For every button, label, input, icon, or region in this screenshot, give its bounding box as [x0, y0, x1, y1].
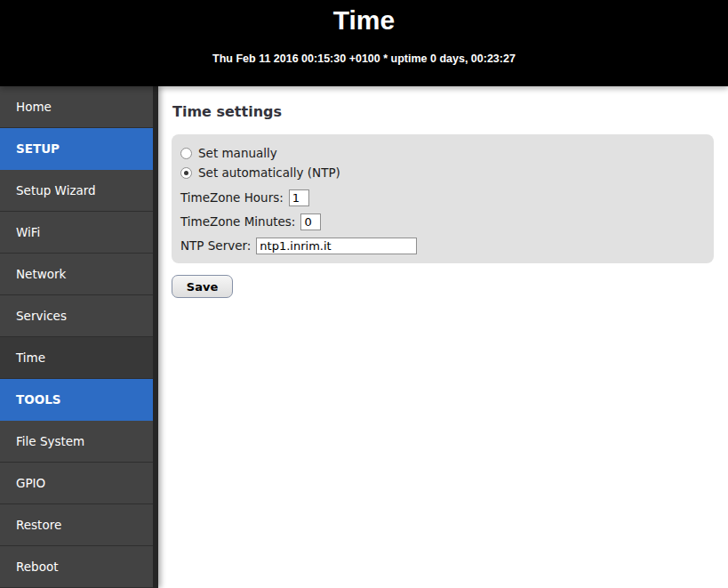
- tz-hours-input[interactable]: [289, 189, 309, 206]
- radio-row-set-manually[interactable]: Set manually: [180, 143, 705, 163]
- sidebar-item-services[interactable]: Services: [0, 295, 153, 337]
- section-heading: Time settings: [172, 103, 714, 120]
- main-content: Time settings Set manually Set automatic…: [158, 86, 728, 588]
- sidebar-section-label: SETUP: [16, 141, 60, 156]
- ntp-server-label: NTP Server:: [180, 238, 251, 253]
- sidebar-item-label: Network: [16, 267, 66, 281]
- sidebar-item-network[interactable]: Network: [0, 254, 153, 295]
- sidebar-item-wifi[interactable]: WiFi: [0, 212, 153, 254]
- sidebar-item-setup-wizard[interactable]: Setup Wizard: [0, 170, 153, 212]
- sidebar-item-label: GPIO: [16, 476, 45, 490]
- radio-row-set-automatically[interactable]: Set automatically (NTP): [180, 163, 705, 182]
- sidebar-item-label: WiFi: [16, 225, 40, 239]
- tz-minutes-input[interactable]: [300, 213, 321, 230]
- sidebar-section-setup[interactable]: SETUP: [0, 128, 153, 170]
- sidebar-item-label: File System: [16, 434, 84, 448]
- sidebar-item-reboot[interactable]: Reboot: [0, 546, 153, 588]
- sidebar-item-label: Setup Wizard: [16, 183, 96, 197]
- page-title: Time: [0, 0, 728, 34]
- sidebar-section-tools[interactable]: TOOLS: [0, 379, 153, 421]
- radio-label-set-automatically: Set automatically (NTP): [198, 165, 340, 180]
- field-row-ntp-server: NTP Server:: [180, 237, 705, 254]
- tz-hours-label: TimeZone Hours:: [180, 190, 284, 205]
- sidebar-section-label: TOOLS: [16, 392, 61, 407]
- save-button[interactable]: Save: [172, 275, 233, 298]
- sidebar-item-gpio[interactable]: GPIO: [0, 463, 153, 504]
- sidebar-item-label: Home: [16, 100, 52, 114]
- sidebar-item-label: Services: [16, 309, 67, 323]
- sidebar-item-label: Time: [16, 350, 45, 365]
- sidebar-item-restore[interactable]: Restore: [0, 504, 153, 546]
- page-header: Time Thu Feb 11 2016 00:15:30 +0100 * up…: [0, 0, 728, 86]
- field-row-tz-hours: TimeZone Hours:: [180, 189, 705, 206]
- radio-label-set-manually: Set manually: [198, 146, 277, 160]
- sidebar-item-home[interactable]: Home: [0, 86, 153, 128]
- sidebar-item-time[interactable]: Time: [0, 337, 153, 379]
- body-row: Home SETUP Setup Wizard WiFi Network Ser…: [0, 86, 728, 588]
- header-status-line: Thu Feb 11 2016 00:15:30 +0100 * uptime …: [0, 52, 728, 65]
- sidebar-item-file-system[interactable]: File System: [0, 421, 153, 463]
- sidebar: Home SETUP Setup Wizard WiFi Network Ser…: [0, 86, 158, 588]
- radio-button-icon[interactable]: [180, 167, 192, 179]
- sidebar-item-label: Reboot: [16, 560, 58, 574]
- ntp-server-input[interactable]: [256, 238, 417, 254]
- time-settings-panel: Set manually Set automatically (NTP) Tim…: [172, 134, 714, 263]
- field-row-tz-minutes: TimeZone Minutes:: [180, 213, 705, 230]
- sidebar-item-label: Restore: [16, 518, 61, 532]
- radio-button-icon[interactable]: [180, 148, 192, 159]
- tz-minutes-label: TimeZone Minutes:: [180, 214, 295, 229]
